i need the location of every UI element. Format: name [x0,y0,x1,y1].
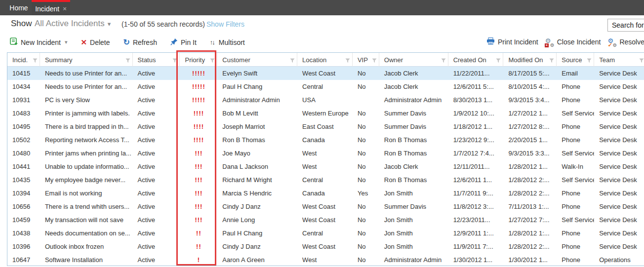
view-dropdown[interactable]: All Active Incidents▾ [35,19,111,29]
table-row[interactable]: 10434Needs to use Printer for an...Activ… [7,80,644,93]
column-header-modified-on[interactable]: Modified On [503,53,557,67]
cell: Self Service [557,107,594,120]
table-row[interactable]: 10435My employee badge never...Active!!!… [7,173,644,187]
column-header-label: Owner [384,56,403,64]
tab-close-icon[interactable]: × [63,5,67,12]
table-row[interactable]: 10459My transaction will not saveActive!… [7,213,644,227]
cell: Service Desk [594,187,644,200]
cell: Jacob Clerk [379,67,448,80]
cell: Email [557,67,594,80]
search-input[interactable] [607,19,644,32]
multisort-button[interactable]: ↑↓ Multisort [210,38,245,46]
tab-home[interactable]: Home [6,0,32,15]
column-header-created-on[interactable]: Created On [448,53,504,67]
show-filters-link[interactable]: Show Filters [206,20,244,28]
column-header-status[interactable]: Status [133,53,180,67]
table-row[interactable]: 10502Reporting network Access T...Active… [7,133,644,147]
cell: Printer is jamming with labels. [40,107,133,120]
column-header-customer[interactable]: Customer [217,53,297,67]
new-incident-button[interactable]: New Incident ▾ [10,38,67,47]
column-header-location[interactable]: Location [297,53,353,67]
cell: Active [133,253,180,266]
filter-funnel-icon[interactable] [372,57,377,65]
filter-funnel-icon[interactable] [639,57,644,65]
column-header-owner[interactable]: Owner [379,53,448,67]
table-row[interactable]: 10396Outlook inbox frozenActive!!Cindy J… [7,240,644,253]
column-header-label: Source [562,56,582,64]
priority-cell: !!! [180,173,217,187]
filter-funnel-icon[interactable] [33,57,38,65]
cell: 1/27/2012 8:... [503,120,557,133]
cell: 2/20/2015 1... [503,133,557,147]
table-row[interactable]: 10438Needs documentation on se...Active!… [7,227,644,240]
cell: West Coast [297,200,353,213]
filter-funnel-icon[interactable] [345,57,350,65]
cell: Self Service [557,147,594,160]
tab-incident[interactable]: Incident × [32,0,70,15]
table-row[interactable]: 10495There is a bird trapped in th...Act… [7,120,644,133]
filter-funnel-icon[interactable] [587,57,592,65]
cell: Active [133,80,180,93]
cell: Active [133,147,180,160]
cell: USA [297,93,353,107]
table-row[interactable]: 10441Unable to update informatio...Activ… [7,160,644,173]
cell: Joseph Marriot [217,120,297,133]
cell: Jon Smith [379,213,448,227]
cell: Reporting network Access T... [40,133,133,147]
cell: 1/28/2012 2:... [503,187,557,200]
table-row[interactable]: 10656There is a trend whith users...Acti… [7,200,644,213]
cell: West [297,160,353,173]
table-row[interactable]: 10394Email is not workingActive!!!Marcia… [7,187,644,200]
filter-funnel-icon[interactable] [172,57,177,65]
cell: Summer Davis [379,107,448,120]
cell: 12/23/2011... [448,213,504,227]
cell: Software Installation [40,253,133,266]
cell: No [353,80,379,93]
pin-it-button[interactable]: Pin It [170,38,197,47]
cell: West [297,253,353,266]
column-header-label: VIP [358,56,368,64]
tab-home-label: Home [9,4,28,12]
print-incident-button[interactable]: Print Incident [486,38,538,46]
cell: No [353,213,379,227]
refresh-button[interactable]: ↻ Refresh [123,38,157,46]
column-header-team[interactable]: Team [594,53,644,67]
cell: Self Service [557,173,594,187]
filter-funnel-icon[interactable] [496,57,501,65]
cell: Paul H Chang [217,80,297,93]
column-header-summary[interactable]: Summary [40,53,133,67]
filter-funnel-icon[interactable] [549,57,554,65]
priority-cell: !!! [180,160,217,173]
column-header-incid-[interactable]: Incid. [7,53,40,67]
resolve-incident-button[interactable]: ⚙ ⚙ ✓ Resolve I [607,38,644,46]
priority-cell: !!!!! [180,67,217,80]
cell: 1/7/2012 7:4... [448,147,504,160]
cell: My transaction will not save [40,213,133,227]
table-row[interactable]: 10647Software InstallationActive!Aaron A… [7,253,644,266]
filter-funnel-icon[interactable] [210,57,215,65]
cell: 1/30/2012 1... [503,253,557,266]
column-header-vip[interactable]: VIP [353,53,379,67]
delete-button[interactable]: ✕ Delete [80,38,110,47]
column-header-source[interactable]: Source [557,53,594,67]
filter-funnel-icon[interactable] [441,57,446,65]
table-row[interactable]: 10480Printer jams when printing la...Act… [7,147,644,160]
priority-cell: !!!! [180,107,217,120]
table-row[interactable]: 10931PC is very SlowActive!!!!!Administr… [7,93,644,107]
table-row[interactable]: 10483Printer is jamming with labels.Acti… [7,107,644,120]
column-header-label: Customer [222,56,250,64]
filter-funnel-icon[interactable] [125,57,130,65]
multisort-arrows-icon: ↑↓ [210,38,216,46]
cell: Ron B Thomas [379,147,448,160]
cell: Central [297,227,353,240]
chevron-down-icon: ▾ [108,20,111,28]
filter-funnel-icon[interactable] [290,57,295,65]
table-row[interactable]: 10415Needs to use Printer for an...Activ… [7,67,644,80]
cell: Email is not working [40,187,133,200]
show-bar: Show All Active Incidents▾ (1-50 of 55 s… [0,18,644,32]
column-header-priority[interactable]: Priority [180,53,217,67]
cell: Jon Smith [379,227,448,240]
close-incident-button[interactable]: ⚙ ⚙ × Close Incident [545,38,601,46]
cell: Service Desk [594,93,644,107]
cell: Phone [557,200,594,213]
